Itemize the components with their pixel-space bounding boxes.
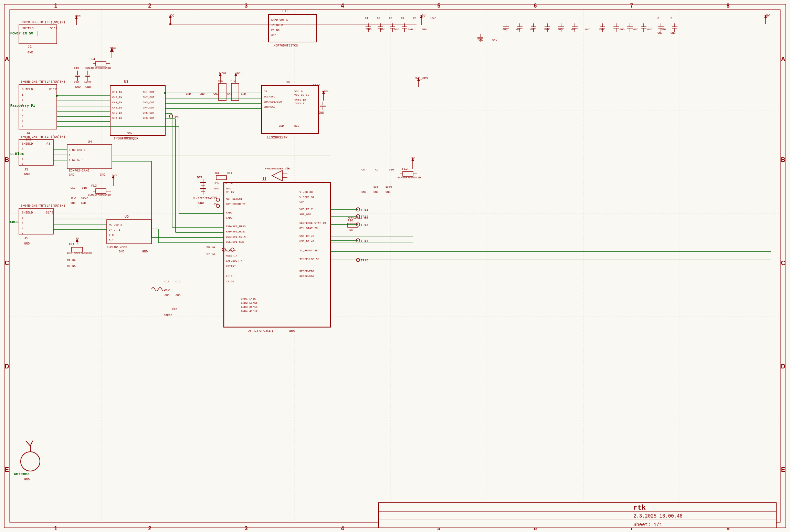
svg-text:TP4: TP4 — [173, 115, 179, 119]
svg-text:FL3: FL3 — [91, 184, 97, 188]
svg-text:3: 3 — [245, 3, 248, 9]
svg-text:INT2  11: INT2 11 — [294, 102, 306, 105]
svg-text:D: D — [781, 363, 786, 370]
svg-text:TXD2: TXD2 — [226, 216, 232, 219]
svg-text:TP15: TP15 — [361, 259, 368, 262]
svg-text:NC  GND  3: NC GND 3 — [109, 223, 122, 226]
svg-text:NA: NA — [72, 259, 76, 262]
svg-text:GEOFENCE_STAT 19: GEOFENCE_STAT 19 — [299, 221, 326, 225]
svg-rect-148 — [262, 85, 318, 134]
svg-rect-476 — [379, 503, 776, 528]
svg-text:GND: GND — [647, 28, 652, 31]
schematic-canvas: 1 2 3 4 5 6 7 8 1 2 3 4 5 6 7 8 A B C D … — [0, 0, 790, 532]
svg-text:GND: GND — [633, 28, 639, 31]
svg-text:10uF: 10uF — [430, 17, 436, 20]
svg-text:2: 2 — [22, 158, 23, 161]
svg-text:C1: C1 — [365, 17, 368, 20]
svg-text:TP13: TP13 — [361, 223, 368, 227]
title-date: 2.3.2025 18.00.48 — [633, 513, 683, 519]
title-sheet: Sheet: 1/1 — [633, 522, 662, 528]
svg-text:ML-1220/F1AN: ML-1220/F1AN — [193, 197, 213, 200]
svg-text:EN         NC: EN NC — [271, 29, 280, 32]
svg-text:P1*2: P1*2 — [49, 88, 57, 91]
svg-text:TPD6F003DQDR: TPD6F003DQDR — [114, 137, 138, 140]
svg-text:GND: GND — [176, 294, 181, 297]
svg-text:1: 1 — [22, 93, 23, 96]
svg-text:GND: GND — [198, 201, 204, 205]
svg-text:C5*3: C5*3 — [313, 83, 320, 86]
svg-text:C5: C5 — [413, 17, 417, 20]
svg-text:C4: C4 — [401, 17, 404, 20]
svg-text:BLM15PX12005N1D: BLM15PX12005N1D — [67, 252, 92, 255]
svg-text:TP1: TP1 — [212, 196, 218, 200]
svg-text:SCL/SPC: SCL/SPC — [264, 95, 275, 98]
svg-text:CH1_OUT: CH1_OUT — [143, 91, 155, 94]
svg-text:1: 1 — [69, 154, 71, 157]
svg-text:C13: C13 — [165, 280, 170, 283]
svg-text:u-Blox: u-Blox — [10, 152, 24, 156]
svg-text:Power IN 5V: Power IN 5V — [10, 32, 33, 35]
svg-text:RT1: RT1 — [218, 79, 223, 82]
svg-text:C18: C18 — [82, 186, 87, 189]
svg-text:BM02B-GHS-TBT(LF)(SN)(N): BM02B-GHS-TBT(LF)(SN)(N) — [21, 21, 65, 24]
svg-text:4: 4 — [22, 217, 23, 220]
svg-text:R9: R9 — [67, 259, 71, 262]
svg-text:RXD2: RXD2 — [226, 211, 232, 214]
svg-text:GND: GND — [75, 85, 81, 89]
svg-text:10uF: 10uF — [373, 186, 379, 188]
svg-text:GND: GND — [373, 190, 379, 194]
svg-text:NA: NA — [212, 252, 215, 255]
svg-text:2  D+  D-  1: 2 D+ D- 1 — [69, 159, 84, 162]
svg-text:BM04B-GHS-TBT(LF)(SN)(N): BM04B-GHS-TBT(LF)(SN)(N) — [21, 204, 65, 208]
svg-text:TXD/SPI_MISO: TXD/SPI_MISO — [226, 225, 246, 228]
svg-text:4: 4 — [341, 3, 344, 9]
svg-text:4.7uF: 4.7uF — [225, 182, 233, 185]
svg-text:EPAD   OUT  1: EPAD OUT 1 — [271, 18, 288, 21]
svg-text:1k: 1k — [349, 228, 353, 231]
svg-text:V_BCKP   37: V_BCKP 37 — [299, 196, 314, 199]
svg-point-468 — [164, 92, 166, 94]
svg-text:CH4_OUT: CH4_OUT — [143, 106, 155, 109]
svg-text:R6: R6 — [207, 246, 210, 249]
svg-text:BLM15PX800SN1D: BLM15PX800SN1D — [88, 66, 111, 70]
svg-text:4: 4 — [22, 147, 23, 150]
svg-text:STR8F: STR8F — [164, 314, 172, 317]
svg-text:GND: GND — [100, 173, 105, 177]
svg-text:C9: C9 — [375, 168, 379, 171]
svg-text:GND: GND — [28, 51, 33, 54]
svg-text:BLM15PX800SN1D: BLM15PX800SN1D — [88, 193, 111, 196]
svg-text:GND: GND — [69, 173, 74, 177]
svg-text:RT2: RT2 — [231, 79, 236, 82]
svg-text:RESERVED1: RESERVED1 — [299, 270, 314, 273]
svg-text:27*10: 27*10 — [226, 280, 234, 283]
svg-text:D+  D-  1: D+ D- 1 — [109, 228, 120, 231]
svg-text:VDD_IO 10: VDD_IO 10 — [294, 93, 309, 96]
svg-text:10uF: 10uF — [71, 197, 76, 200]
svg-text:CS: CS — [264, 90, 267, 93]
svg-text:GND1  1*15: GND1 1*15 — [241, 297, 256, 300]
svg-text:GND: GND — [279, 124, 284, 127]
svg-text:SDA/SPI_CS_N: SDA/SPI_CS_N — [226, 235, 246, 238]
svg-text:1: 1 — [54, 525, 57, 531]
svg-text:4: 4 — [341, 525, 344, 531]
svg-text:INT1  12: INT1 12 — [294, 98, 306, 102]
svg-text:J3: J3 — [24, 168, 28, 171]
svg-text:LI2: LI2 — [282, 9, 288, 13]
svg-point-466 — [169, 23, 171, 25]
svg-text:GND: GND — [119, 250, 124, 253]
svg-text:RESERVED2: RESERVED2 — [299, 275, 314, 278]
svg-text:Raspberry Pi: Raspberry Pi — [10, 104, 35, 108]
svg-text:FL2: FL2 — [402, 167, 408, 171]
svg-text:BM04B-GHS-TBT(LF)(SN)(N): BM04B-GHS-TBT(LF)(SN)(N) — [21, 135, 65, 139]
title-project: rtk — [633, 504, 646, 512]
svg-text:24Ω: 24Ω — [214, 181, 220, 184]
svg-text:USB_DP   41: USB_DP 41 — [299, 240, 314, 243]
svg-text:RESET_N: RESET_N — [226, 254, 238, 257]
svg-text:C12: C12 — [172, 307, 177, 311]
svg-text:E: E — [5, 466, 9, 473]
svg-text:C3: C3 — [389, 17, 392, 20]
svg-text:BT1: BT1 — [197, 176, 202, 179]
svg-text:GND: GND — [71, 201, 76, 205]
svg-text:GND: GND — [620, 28, 625, 31]
svg-text:R4: R4 — [215, 171, 219, 175]
